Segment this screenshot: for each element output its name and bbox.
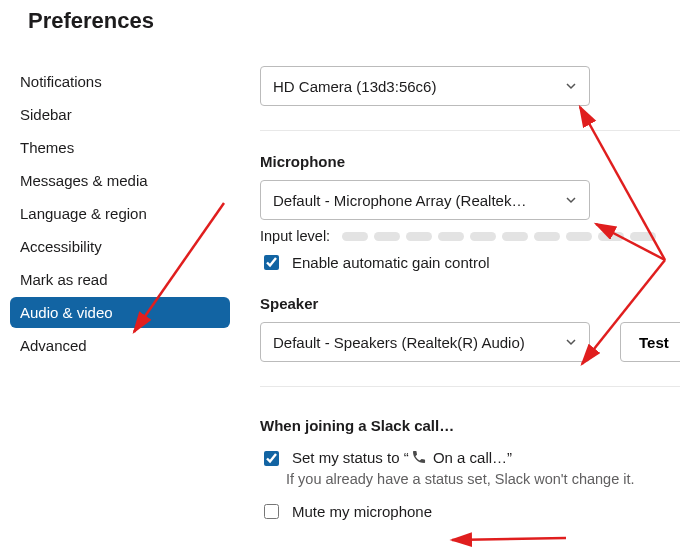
sidebar-item-messages-media[interactable]: Messages & media xyxy=(10,165,230,196)
preferences-sidebar: Notifications Sidebar Themes Messages & … xyxy=(0,66,230,522)
sidebar-item-accessibility[interactable]: Accessibility xyxy=(10,231,230,262)
input-level-label: Input level: xyxy=(260,228,330,244)
sidebar-item-notifications[interactable]: Notifications xyxy=(10,66,230,97)
sidebar-item-mark-as-read[interactable]: Mark as read xyxy=(10,264,230,295)
camera-select[interactable]: HD Camera (13d3:56c6) xyxy=(260,66,590,106)
input-level-meter xyxy=(342,232,656,241)
chevron-down-icon xyxy=(565,80,577,92)
set-status-label: Set my status to “ On a call…” xyxy=(292,449,512,469)
microphone-select-value: Default - Microphone Array (Realtek… xyxy=(273,192,565,209)
gain-control-label: Enable automatic gain control xyxy=(292,254,490,271)
joining-heading: When joining a Slack call… xyxy=(260,417,680,434)
speaker-heading: Speaker xyxy=(260,295,680,312)
speaker-select-value: Default - Speakers (Realtek(R) Audio) xyxy=(273,334,565,351)
test-speaker-button[interactable]: Test xyxy=(620,322,680,362)
chevron-down-icon xyxy=(565,336,577,348)
microphone-select[interactable]: Default - Microphone Array (Realtek… xyxy=(260,180,590,220)
settings-panel: HD Camera (13d3:56c6) Microphone Default… xyxy=(230,66,680,522)
phone-icon xyxy=(411,449,427,468)
speaker-select[interactable]: Default - Speakers (Realtek(R) Audio) xyxy=(260,322,590,362)
sidebar-item-sidebar[interactable]: Sidebar xyxy=(10,99,230,130)
sidebar-item-language-region[interactable]: Language & region xyxy=(10,198,230,229)
mute-mic-label: Mute my microphone xyxy=(292,503,432,520)
sidebar-item-audio-video[interactable]: Audio & video xyxy=(10,297,230,328)
divider xyxy=(260,130,680,131)
set-status-checkbox[interactable] xyxy=(264,451,279,466)
gain-control-checkbox[interactable] xyxy=(264,255,279,270)
sidebar-item-advanced[interactable]: Advanced xyxy=(10,330,230,361)
chevron-down-icon xyxy=(565,194,577,206)
divider xyxy=(260,386,680,387)
set-status-note: If you already have a status set, Slack … xyxy=(286,471,680,487)
mute-mic-checkbox[interactable] xyxy=(264,504,279,519)
camera-select-value: HD Camera (13d3:56c6) xyxy=(273,78,565,95)
microphone-heading: Microphone xyxy=(260,153,680,170)
sidebar-item-themes[interactable]: Themes xyxy=(10,132,230,163)
page-title: Preferences xyxy=(0,0,680,34)
svg-line-4 xyxy=(452,538,566,540)
